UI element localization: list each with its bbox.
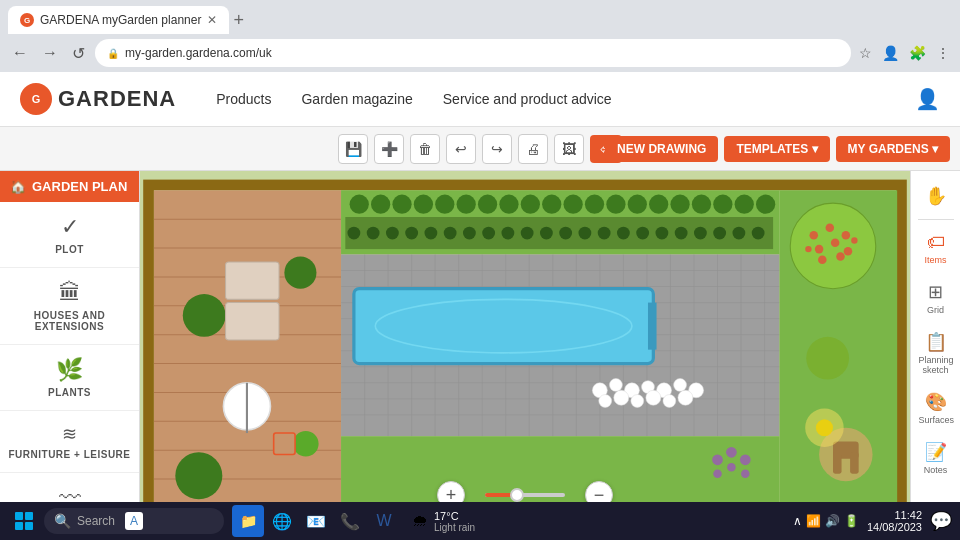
right-tool-items[interactable]: 🏷 Items: [915, 226, 957, 271]
weather-widget: 🌧 17°C Light rain: [412, 510, 475, 533]
grid-icon: ⊞: [919, 281, 953, 303]
sidebar-home-icon: 🏠: [10, 179, 26, 194]
svg-point-138: [816, 419, 833, 436]
svg-point-47: [578, 227, 591, 240]
nav-garden-magazine[interactable]: Garden magazine: [301, 91, 412, 107]
url-input[interactable]: [125, 46, 839, 60]
items-icon: 🏷: [919, 232, 953, 253]
refresh-button[interactable]: ↺: [68, 42, 89, 65]
bookmark-button[interactable]: ☆: [857, 43, 874, 63]
svg-point-42: [482, 227, 495, 240]
svg-point-16: [392, 195, 411, 214]
svg-point-35: [347, 227, 360, 240]
my-gardens-button[interactable]: MY GARDENS ▾: [836, 136, 950, 162]
svg-point-30: [692, 195, 711, 214]
svg-point-44: [521, 227, 534, 240]
taskbar-app-chrome[interactable]: 🌐: [266, 505, 298, 537]
sidebar-item-plot[interactable]: ✓ PLOT: [0, 202, 139, 268]
svg-point-19: [457, 195, 476, 214]
houses-label: HOUSES AND EXTENSIONS: [8, 310, 131, 332]
undo-button[interactable]: ↩: [446, 134, 476, 164]
nav-service-advice[interactable]: Service and product advice: [443, 91, 612, 107]
svg-point-114: [842, 231, 851, 240]
svg-point-100: [663, 395, 676, 408]
svg-point-27: [628, 195, 647, 214]
svg-point-96: [599, 395, 612, 408]
svg-point-99: [646, 390, 661, 405]
garden-drawing: [140, 171, 910, 524]
sidebar-header: 🏠 GARDEN PLAN: [0, 171, 139, 202]
chevron-up-icon[interactable]: ∧: [793, 514, 802, 528]
image-button[interactable]: 🖼: [554, 134, 584, 164]
svg-point-50: [636, 227, 649, 240]
profile-button[interactable]: 👤: [880, 43, 901, 63]
svg-rect-88: [648, 303, 657, 350]
svg-point-32: [735, 195, 754, 214]
start-button[interactable]: [8, 505, 40, 537]
garden-canvas[interactable]: + −: [140, 171, 910, 524]
svg-point-49: [617, 227, 630, 240]
surfaces-label: Surfaces: [919, 415, 953, 425]
taskbar-app-teams[interactable]: 📞: [334, 505, 366, 537]
chrome-icon: 🌐: [272, 512, 292, 531]
svg-point-37: [386, 227, 399, 240]
svg-point-101: [678, 390, 693, 405]
extensions-button[interactable]: 🧩: [907, 43, 928, 63]
explorer-icon: 📁: [240, 513, 257, 529]
time-display: 11:42: [867, 509, 922, 521]
logo[interactable]: G GARDENA: [20, 83, 176, 115]
delete-button[interactable]: 🗑: [410, 134, 440, 164]
taskbar-app-explorer[interactable]: 📁: [232, 505, 264, 537]
nav-products[interactable]: Products: [216, 91, 271, 107]
tab-close-button[interactable]: ✕: [207, 13, 217, 27]
save-button[interactable]: 💾: [338, 134, 368, 164]
planning-label: Planning sketch: [919, 355, 953, 375]
left-sidebar: 🏠 GARDEN PLAN ✓ PLOT 🏛 HOUSES AND EXTENS…: [0, 171, 140, 524]
planning-icon: 📋: [919, 331, 953, 353]
svg-point-119: [836, 252, 845, 261]
svg-rect-135: [274, 433, 295, 454]
templates-button[interactable]: TEMPLATES ▾: [724, 136, 829, 162]
word-icon: W: [376, 512, 391, 530]
taskbar-app-mail[interactable]: 📧: [300, 505, 332, 537]
svg-point-116: [831, 238, 840, 247]
svg-point-20: [478, 195, 497, 214]
browser-actions: ☆ 👤 🧩 ⋮: [857, 43, 952, 63]
sidebar-item-plants[interactable]: 🌿 PLANTS: [0, 345, 139, 411]
right-tool-planning[interactable]: 📋 Planning sketch: [915, 325, 957, 381]
address-bar[interactable]: 🔒: [95, 39, 851, 67]
system-tray-icons: ∧ 📶 🔊 🔋: [793, 514, 859, 528]
right-tool-surfaces[interactable]: 🎨 Surfaces: [915, 385, 957, 431]
furniture-icon: ≋: [8, 423, 131, 445]
plot-label: PLOT: [8, 244, 131, 255]
weather-icon: 🌧: [412, 512, 428, 530]
svg-point-46: [559, 227, 572, 240]
user-icon[interactable]: 👤: [915, 87, 940, 111]
svg-point-129: [175, 452, 222, 499]
sidebar-item-houses[interactable]: 🏛 HOUSES AND EXTENSIONS: [0, 268, 139, 345]
svg-point-25: [585, 195, 604, 214]
notification-icon[interactable]: 💬: [930, 510, 952, 532]
svg-point-39: [424, 227, 437, 240]
svg-rect-126: [850, 452, 859, 473]
browser-tab[interactable]: G GARDENA myGarden planner ✕: [8, 6, 229, 34]
right-tool-grid[interactable]: ⊞ Grid: [915, 275, 957, 321]
svg-point-122: [806, 337, 849, 380]
add-button[interactable]: ➕: [374, 134, 404, 164]
back-button[interactable]: ←: [8, 42, 32, 64]
clock[interactable]: 11:42 14/08/2023: [867, 509, 922, 533]
notes-label: Notes: [919, 465, 953, 475]
right-tool-cursor[interactable]: ✋: [915, 179, 957, 213]
svg-point-97: [614, 390, 629, 405]
right-tool-notes[interactable]: 📝 Notes: [915, 435, 957, 481]
redo-button[interactable]: ↪: [482, 134, 512, 164]
new-drawing-button[interactable]: NEW DRAWING: [605, 136, 718, 162]
print-button[interactable]: 🖨: [518, 134, 548, 164]
forward-button[interactable]: →: [38, 42, 62, 64]
menu-button[interactable]: ⋮: [934, 43, 952, 63]
taskbar-app-word[interactable]: W: [368, 505, 400, 537]
sidebar-item-furniture[interactable]: ≋ FURNITURE + LEISURE: [0, 411, 139, 473]
taskbar-search-bar[interactable]: 🔍 Search A: [44, 508, 224, 534]
new-tab-button[interactable]: +: [233, 10, 244, 31]
taskbar-apps: 📁 🌐 📧 📞 W: [232, 505, 400, 537]
